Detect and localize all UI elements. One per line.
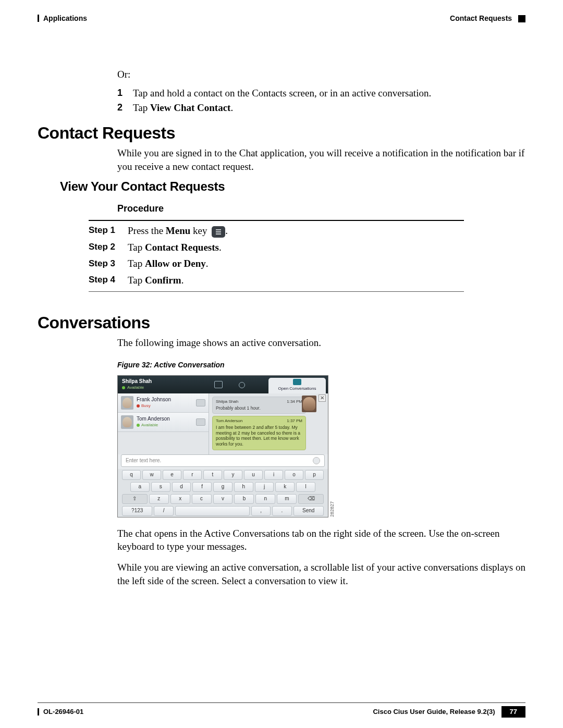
figure-image-id: 282827 [329, 501, 335, 517]
keyboard-key[interactable]: v [213, 494, 233, 504]
keyboard-key[interactable]: u [244, 470, 263, 480]
or-label: Or: [117, 68, 525, 81]
close-icon[interactable]: ✕ [319, 394, 326, 402]
intro-step-1: 1 Tap and hold a contact on the Contacts… [117, 87, 525, 100]
intro-step-2: 2 Tap View Chat Contact. [117, 101, 525, 115]
keyboard-key[interactable]: i [264, 470, 283, 480]
keyboard-key[interactable]: ⌫ [298, 494, 324, 504]
divider-top [89, 220, 464, 221]
contacts-icon[interactable] [214, 381, 223, 388]
keyboard-key[interactable]: p [305, 470, 324, 480]
conversations-intro: The following image shows an active conv… [117, 336, 525, 350]
chat-text-input[interactable]: Enter text here. [121, 454, 325, 467]
fig-contact-item[interactable]: Tom Anderson Available [118, 413, 209, 432]
procedure-label: Procedure [117, 202, 525, 215]
procedure-step: Step 4Tap Confirm. [89, 274, 464, 287]
keyboard-key[interactable]: h [234, 482, 253, 492]
contact-requests-para: While you are signed in to the Chat appl… [117, 146, 525, 173]
procedure-step: Step 2Tap Contact Requests. [89, 241, 464, 254]
figure-active-conversation: Shilpa Shah Available Open Conversations… [117, 375, 328, 517]
fig-chat-area: ✕ Shilpa Shah1:34 PMProbably about 1 hou… [209, 393, 328, 454]
chat-message: Shilpa Shah1:34 PMProbably about 1 hour. [212, 397, 306, 414]
keyboard-key[interactable]: f [192, 482, 212, 492]
procedure-step: Step 3Tap Allow or Deny. [89, 257, 464, 270]
footer-doc-title: Cisco Cius User Guide, Release 9.2(3) [373, 707, 495, 717]
page-footer: OL-26946-01 Cisco Cius User Guide, Relea… [38, 702, 525, 718]
keyboard-key[interactable]: e [163, 470, 181, 480]
fig-contact-list: Frank Johnson Busy Tom Anderson Availabl… [118, 393, 209, 454]
fig-contact-item[interactable]: Frank Johnson Busy [118, 393, 209, 413]
divider-bottom [89, 291, 464, 292]
avatar-recipient [302, 396, 316, 412]
footer-doc-id: OL-26946-01 [43, 707, 83, 717]
step-label: Step 4 [89, 274, 117, 286]
procedure-step: Step 1Press the Menu key . [89, 224, 464, 238]
keyboard-key[interactable]: a [130, 482, 150, 492]
keyboard-key[interactable]: Send [293, 506, 324, 516]
conversations-icon [293, 379, 301, 385]
fig-current-user: Shilpa Shah Available [118, 376, 191, 393]
heading-conversations: Conversations [38, 312, 150, 334]
keyboard-key[interactable]: k [275, 482, 295, 492]
presence-icon [196, 418, 205, 426]
keyboard-key[interactable]: ⇧ [122, 494, 148, 504]
page-number: 77 [501, 706, 525, 718]
emoji-icon[interactable] [313, 457, 320, 464]
keyboard-key[interactable]: ?123 [122, 506, 152, 516]
keyboard-key[interactable]: r [183, 470, 202, 480]
keyboard-key[interactable]: b [234, 494, 254, 504]
keyboard-key[interactable]: x [170, 494, 190, 504]
keyboard-key[interactable]: o [285, 470, 303, 480]
chat-message: Tom Anderson1:37 PMI am free between 2 a… [212, 416, 306, 450]
on-screen-keyboard: qwertyuiop asdfghjkl ⇧zxcvbnm⌫ ?123/,.Se… [118, 469, 328, 517]
keyboard-key[interactable]: g [213, 482, 232, 492]
keyboard-key[interactable]: d [172, 482, 191, 492]
keyboard-key[interactable] [175, 506, 250, 516]
keyboard-key[interactable]: m [277, 494, 297, 504]
avatar [121, 396, 133, 410]
step-label: Step 1 [89, 225, 117, 237]
open-conversations-tab[interactable]: Open Conversations [268, 378, 326, 393]
heading-contact-requests: Contact Requests [38, 122, 175, 144]
figure-caption: Figure 32: Active Conversation [117, 360, 525, 370]
keyboard-key[interactable]: n [255, 494, 275, 504]
keyboard-key[interactable]: l [296, 482, 315, 492]
keyboard-key[interactable]: c [192, 494, 212, 504]
page-header: Applications Contact Requests [38, 14, 525, 23]
keyboard-key[interactable]: w [142, 470, 161, 480]
keyboard-key[interactable]: . [272, 506, 291, 516]
step-label: Step 3 [89, 258, 117, 270]
heading-view-contact-requests: View Your Contact Requests [60, 178, 525, 195]
recent-icon[interactable] [237, 381, 246, 388]
header-section: Contact Requests [450, 14, 512, 22]
step-label: Step 2 [89, 241, 117, 253]
presence-icon [196, 399, 205, 406]
conversations-p3: While you are viewing an active conversa… [117, 561, 525, 587]
menu-key-icon [212, 226, 225, 238]
keyboard-key[interactable]: s [151, 482, 170, 492]
avatar [121, 415, 133, 429]
keyboard-key[interactable]: t [203, 470, 222, 480]
header-chapter: Applications [43, 14, 87, 23]
keyboard-key[interactable]: q [122, 470, 141, 480]
keyboard-key[interactable]: z [149, 494, 169, 504]
keyboard-key[interactable]: j [255, 482, 274, 492]
keyboard-key[interactable]: , [251, 506, 271, 516]
keyboard-key[interactable]: / [154, 506, 173, 516]
conversations-p2: The chat opens in the Active Conversatio… [117, 527, 525, 553]
keyboard-key[interactable]: y [224, 470, 242, 480]
